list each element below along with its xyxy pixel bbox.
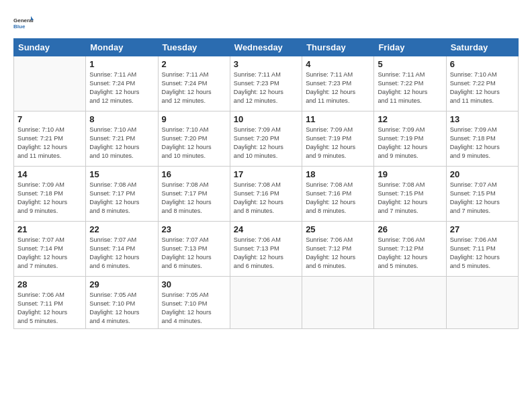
day-info: Sunrise: 7:06 AM Sunset: 7:13 PM Dayligh… <box>234 236 298 271</box>
svg-text:Blue: Blue <box>13 24 26 30</box>
day-number: 23 <box>162 224 226 234</box>
calendar-table: SundayMondayTuesdayWednesdayThursdayFrid… <box>13 38 519 329</box>
day-number: 4 <box>306 59 370 69</box>
logo-svg: General Blue <box>13 13 34 33</box>
calendar-cell: 18Sunrise: 7:08 AM Sunset: 7:16 PM Dayli… <box>302 167 374 222</box>
col-header-wednesday: Wednesday <box>230 39 302 56</box>
calendar-cell: 14Sunrise: 7:09 AM Sunset: 7:18 PM Dayli… <box>14 167 86 222</box>
col-header-saturday: Saturday <box>446 39 518 56</box>
week-row-5: 28Sunrise: 7:06 AM Sunset: 7:11 PM Dayli… <box>14 277 519 329</box>
calendar-cell <box>446 277 518 329</box>
day-info: Sunrise: 7:11 AM Sunset: 7:24 PM Dayligh… <box>162 71 226 105</box>
day-info: Sunrise: 7:09 AM Sunset: 7:20 PM Dayligh… <box>234 126 298 161</box>
week-row-4: 21Sunrise: 7:07 AM Sunset: 7:14 PM Dayli… <box>14 222 519 277</box>
day-number: 22 <box>89 224 154 234</box>
col-header-thursday: Thursday <box>302 39 374 56</box>
calendar-cell: 3Sunrise: 7:11 AM Sunset: 7:23 PM Daylig… <box>230 56 302 111</box>
day-info: Sunrise: 7:09 AM Sunset: 7:18 PM Dayligh… <box>17 181 82 216</box>
day-number: 7 <box>17 114 82 124</box>
col-header-tuesday: Tuesday <box>158 39 230 56</box>
calendar-cell: 24Sunrise: 7:06 AM Sunset: 7:13 PM Dayli… <box>230 222 302 277</box>
calendar-cell: 19Sunrise: 7:08 AM Sunset: 7:15 PM Dayli… <box>374 167 446 222</box>
calendar-cell: 21Sunrise: 7:07 AM Sunset: 7:14 PM Dayli… <box>14 222 86 277</box>
calendar-cell: 6Sunrise: 7:10 AM Sunset: 7:22 PM Daylig… <box>446 56 518 111</box>
day-info: Sunrise: 7:09 AM Sunset: 7:18 PM Dayligh… <box>450 126 515 161</box>
calendar-cell: 1Sunrise: 7:11 AM Sunset: 7:24 PM Daylig… <box>86 56 158 111</box>
day-info: Sunrise: 7:08 AM Sunset: 7:15 PM Dayligh… <box>378 181 442 216</box>
day-number: 10 <box>234 114 298 124</box>
day-number: 15 <box>89 169 154 179</box>
day-number: 19 <box>378 169 442 179</box>
day-number: 5 <box>378 59 442 69</box>
day-info: Sunrise: 7:10 AM Sunset: 7:21 PM Dayligh… <box>17 126 82 161</box>
calendar-cell: 27Sunrise: 7:06 AM Sunset: 7:11 PM Dayli… <box>446 222 518 277</box>
day-info: Sunrise: 7:11 AM Sunset: 7:23 PM Dayligh… <box>306 71 370 105</box>
calendar-cell: 5Sunrise: 7:11 AM Sunset: 7:22 PM Daylig… <box>374 56 446 111</box>
day-number: 18 <box>306 169 370 179</box>
day-info: Sunrise: 7:06 AM Sunset: 7:11 PM Dayligh… <box>17 291 82 326</box>
day-number: 14 <box>17 169 82 179</box>
calendar-cell: 23Sunrise: 7:07 AM Sunset: 7:13 PM Dayli… <box>158 222 230 277</box>
calendar-header-row: SundayMondayTuesdayWednesdayThursdayFrid… <box>14 39 519 56</box>
day-info: Sunrise: 7:05 AM Sunset: 7:10 PM Dayligh… <box>89 291 154 326</box>
day-info: Sunrise: 7:10 AM Sunset: 7:21 PM Dayligh… <box>89 126 154 161</box>
day-number: 12 <box>378 114 442 124</box>
calendar-cell: 10Sunrise: 7:09 AM Sunset: 7:20 PM Dayli… <box>230 111 302 167</box>
day-number: 26 <box>378 224 442 234</box>
day-number: 9 <box>162 114 226 124</box>
day-number: 17 <box>234 169 298 179</box>
day-info: Sunrise: 7:11 AM Sunset: 7:22 PM Dayligh… <box>378 71 442 105</box>
day-info: Sunrise: 7:08 AM Sunset: 7:17 PM Dayligh… <box>89 181 154 216</box>
day-info: Sunrise: 7:06 AM Sunset: 7:12 PM Dayligh… <box>306 236 370 271</box>
calendar-cell: 30Sunrise: 7:05 AM Sunset: 7:10 PM Dayli… <box>158 277 230 329</box>
day-info: Sunrise: 7:07 AM Sunset: 7:14 PM Dayligh… <box>89 236 154 271</box>
calendar-cell: 28Sunrise: 7:06 AM Sunset: 7:11 PM Dayli… <box>14 277 86 329</box>
day-info: Sunrise: 7:08 AM Sunset: 7:16 PM Dayligh… <box>306 181 370 216</box>
day-info: Sunrise: 7:11 AM Sunset: 7:23 PM Dayligh… <box>234 71 298 105</box>
calendar-cell: 11Sunrise: 7:09 AM Sunset: 7:19 PM Dayli… <box>302 111 374 167</box>
day-number: 11 <box>306 114 370 124</box>
calendar-cell: 15Sunrise: 7:08 AM Sunset: 7:17 PM Dayli… <box>86 167 158 222</box>
calendar-cell <box>302 277 374 329</box>
day-number: 6 <box>450 59 515 69</box>
calendar-page: General Blue SundayMondayTuesdayWednesda… <box>0 0 532 411</box>
calendar-cell: 16Sunrise: 7:08 AM Sunset: 7:17 PM Dayli… <box>158 167 230 222</box>
day-info: Sunrise: 7:07 AM Sunset: 7:15 PM Dayligh… <box>450 181 515 216</box>
calendar-cell <box>230 277 302 329</box>
calendar-cell: 25Sunrise: 7:06 AM Sunset: 7:12 PM Dayli… <box>302 222 374 277</box>
day-info: Sunrise: 7:05 AM Sunset: 7:10 PM Dayligh… <box>162 291 226 326</box>
day-info: Sunrise: 7:07 AM Sunset: 7:13 PM Dayligh… <box>162 236 226 271</box>
calendar-cell <box>374 277 446 329</box>
day-info: Sunrise: 7:08 AM Sunset: 7:17 PM Dayligh… <box>162 181 226 216</box>
day-info: Sunrise: 7:07 AM Sunset: 7:14 PM Dayligh… <box>17 236 82 271</box>
calendar-cell: 29Sunrise: 7:05 AM Sunset: 7:10 PM Dayli… <box>86 277 158 329</box>
day-number: 21 <box>17 224 82 234</box>
col-header-monday: Monday <box>86 39 158 56</box>
day-info: Sunrise: 7:11 AM Sunset: 7:24 PM Dayligh… <box>89 71 154 105</box>
week-row-1: 1Sunrise: 7:11 AM Sunset: 7:24 PM Daylig… <box>14 56 519 111</box>
calendar-cell: 2Sunrise: 7:11 AM Sunset: 7:24 PM Daylig… <box>158 56 230 111</box>
day-number: 27 <box>450 224 515 234</box>
calendar-cell: 17Sunrise: 7:08 AM Sunset: 7:16 PM Dayli… <box>230 167 302 222</box>
day-number: 29 <box>89 279 154 289</box>
calendar-cell: 9Sunrise: 7:10 AM Sunset: 7:20 PM Daylig… <box>158 111 230 167</box>
day-number: 28 <box>17 279 82 289</box>
calendar-cell: 12Sunrise: 7:09 AM Sunset: 7:19 PM Dayli… <box>374 111 446 167</box>
day-info: Sunrise: 7:09 AM Sunset: 7:19 PM Dayligh… <box>306 126 370 161</box>
week-row-2: 7Sunrise: 7:10 AM Sunset: 7:21 PM Daylig… <box>14 111 519 167</box>
day-number: 13 <box>450 114 515 124</box>
week-row-3: 14Sunrise: 7:09 AM Sunset: 7:18 PM Dayli… <box>14 167 519 222</box>
day-number: 8 <box>89 114 154 124</box>
day-info: Sunrise: 7:09 AM Sunset: 7:19 PM Dayligh… <box>378 126 442 161</box>
day-number: 3 <box>234 59 298 69</box>
logo: General Blue <box>13 13 34 33</box>
day-number: 30 <box>162 279 226 289</box>
day-number: 1 <box>89 59 154 69</box>
day-info: Sunrise: 7:10 AM Sunset: 7:20 PM Dayligh… <box>162 126 226 161</box>
header: General Blue <box>13 10 519 33</box>
day-info: Sunrise: 7:06 AM Sunset: 7:11 PM Dayligh… <box>450 236 515 271</box>
svg-text:General: General <box>13 17 34 24</box>
day-number: 24 <box>234 224 298 234</box>
day-info: Sunrise: 7:08 AM Sunset: 7:16 PM Dayligh… <box>234 181 298 216</box>
day-info: Sunrise: 7:06 AM Sunset: 7:12 PM Dayligh… <box>378 236 442 271</box>
